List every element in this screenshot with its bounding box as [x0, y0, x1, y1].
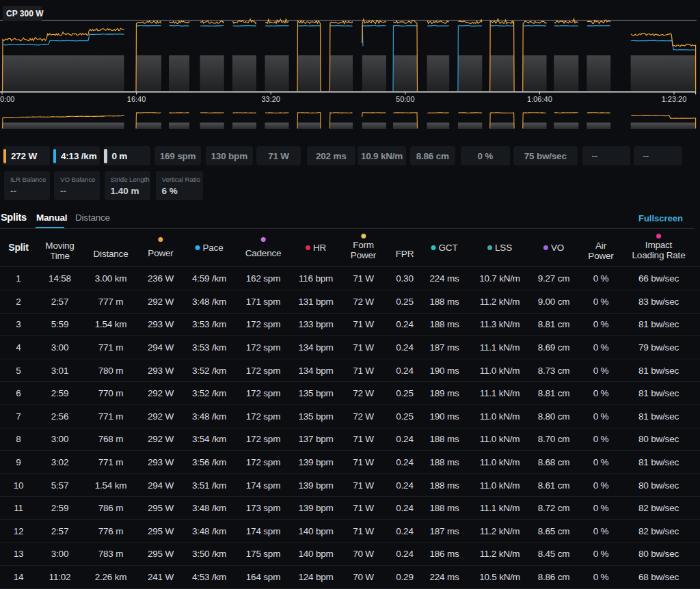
- svg-text:33:20: 33:20: [261, 95, 280, 103]
- svg-text:1:06:40: 1:06:40: [527, 95, 552, 103]
- svg-text:1:23:20: 1:23:20: [662, 95, 687, 103]
- svg-text:CP 300 W: CP 300 W: [6, 9, 44, 18]
- svg-text:50:00: 50:00: [396, 95, 415, 103]
- svg-text:16:40: 16:40: [127, 95, 146, 103]
- svg-text:0:00: 0:00: [0, 95, 14, 103]
